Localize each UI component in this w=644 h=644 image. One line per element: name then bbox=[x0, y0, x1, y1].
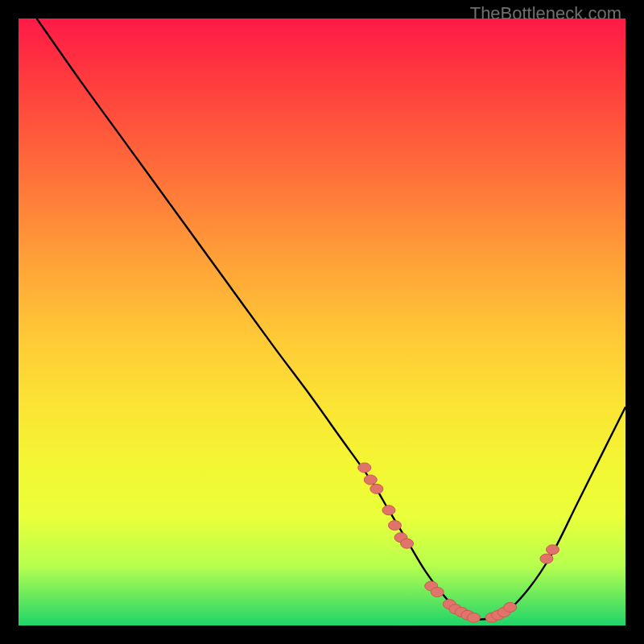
curve-marker bbox=[388, 521, 401, 530]
curve-marker bbox=[382, 506, 395, 515]
chart-area bbox=[19, 19, 625, 625]
curve-marker bbox=[547, 545, 559, 555]
watermark-text: TheBottleneck.com bbox=[470, 3, 621, 24]
curve-marker bbox=[364, 475, 377, 485]
curve-marker bbox=[504, 602, 517, 612]
curve-marker bbox=[431, 588, 444, 597]
curve-markers bbox=[358, 463, 559, 622]
curve-marker bbox=[540, 554, 553, 564]
curve-marker bbox=[358, 463, 371, 473]
curve-marker bbox=[370, 484, 383, 493]
curve-marker bbox=[468, 613, 481, 622]
curve-marker bbox=[401, 539, 414, 548]
curve-layer bbox=[19, 19, 625, 625]
bottleneck-curve bbox=[37, 19, 625, 619]
